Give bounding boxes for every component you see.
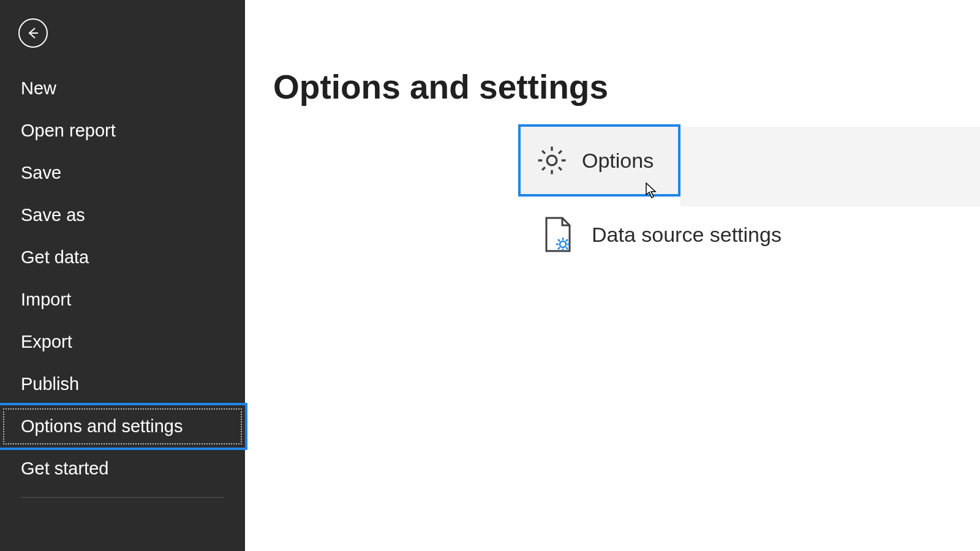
sidebar-item-save-as[interactable]: Save as: [0, 194, 245, 236]
sidebar-item-label: Save: [21, 163, 61, 182]
sidebar-item-open-report[interactable]: Open report: [0, 110, 245, 152]
data-source-settings-label: Data source settings: [592, 223, 782, 247]
svg-line-8: [566, 239, 568, 241]
sidebar-item-import[interactable]: Import: [0, 279, 245, 321]
file-sidebar: New Open report Save Save as Get data Im…: [0, 0, 245, 551]
options-label: Options: [582, 149, 654, 173]
options-tile[interactable]: Options: [518, 124, 680, 197]
svg-point-1: [560, 241, 566, 247]
sidebar-item-label: Get started: [21, 459, 108, 478]
svg-point-0: [547, 156, 557, 165]
svg-line-7: [566, 247, 568, 249]
sidebar-item-options-and-settings[interactable]: Options and settings: [0, 405, 245, 448]
sidebar-item-get-started[interactable]: Get started: [0, 448, 245, 490]
svg-line-6: [558, 239, 560, 241]
sidebar-item-label: Publish: [21, 374, 79, 394]
page-title: Options and settings: [273, 67, 952, 107]
sidebar-item-label: Options and settings: [21, 416, 183, 436]
hover-background: [680, 127, 980, 206]
sidebar-item-label: Import: [21, 290, 71, 309]
arrow-left-icon: [26, 26, 40, 40]
sidebar-item-label: Export: [21, 332, 72, 351]
sidebar-item-label: Open report: [21, 121, 116, 140]
sidebar-item-publish[interactable]: Publish: [0, 363, 245, 405]
sidebar-item-new[interactable]: New: [0, 67, 245, 110]
sidebar-item-get-data[interactable]: Get data: [0, 236, 245, 279]
document-gear-icon: [543, 217, 573, 252]
main-pane: Options and settings Options: [245, 0, 980, 551]
gear-icon: [535, 144, 568, 177]
sidebar-item-export[interactable]: Export: [0, 321, 245, 363]
sidebar-item-label: New: [21, 78, 56, 98]
sidebar-menu: New Open report Save Save as Get data Im…: [0, 67, 245, 498]
svg-line-9: [558, 247, 560, 249]
sidebar-divider: [21, 497, 224, 498]
sidebar-item-label: Save as: [21, 205, 85, 225]
sidebar-item-save[interactable]: Save: [0, 152, 245, 194]
sidebar-item-label: Get data: [21, 247, 89, 267]
back-button[interactable]: [18, 18, 48, 48]
data-source-settings-tile[interactable]: Data source settings: [543, 217, 782, 252]
